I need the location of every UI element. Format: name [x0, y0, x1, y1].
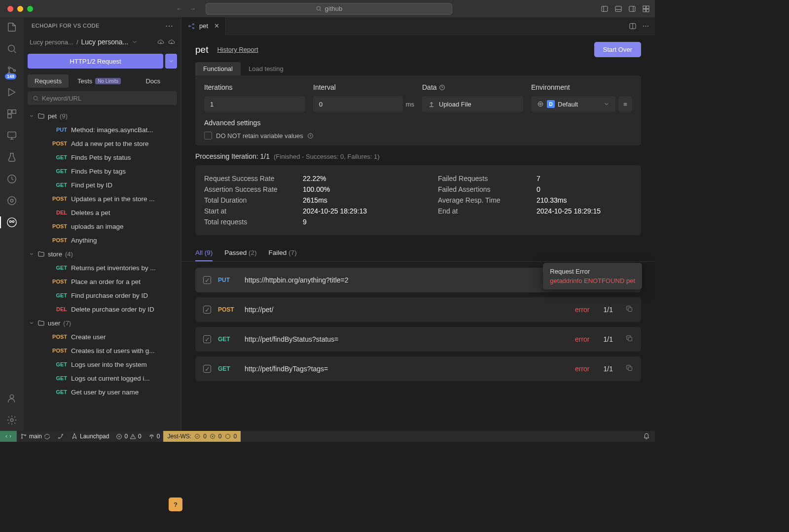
tree-item[interactable]: GETReturns pet inventories by ... [24, 261, 181, 275]
run-debug-icon[interactable] [6, 86, 18, 98]
tree-item[interactable]: POSTPlace an order for a pet [24, 275, 181, 288]
svg-rect-7 [646, 9, 649, 11]
tree-folder[interactable]: store (4) [24, 247, 181, 261]
minimize-window[interactable] [17, 6, 23, 12]
cloud-upload-icon[interactable] [157, 38, 164, 45]
more-actions-icon[interactable]: ⋯ [643, 22, 649, 30]
copy-icon[interactable] [626, 305, 633, 314]
iterations-input[interactable]: 1 [204, 96, 305, 112]
explorer-icon[interactable] [6, 21, 18, 33]
close-tab-icon[interactable]: ✕ [214, 22, 219, 30]
workspace-breadcrumb[interactable]: Lucy persona... / Lucy persona... [24, 34, 181, 50]
environment-select[interactable]: DDefault [531, 96, 615, 112]
tree-item[interactable]: POSTCreate user [24, 330, 181, 344]
ports-indicator[interactable]: 0 [145, 431, 164, 442]
tab-label: pet [199, 22, 208, 30]
tree-item[interactable]: POSTCreates list of users with g... [24, 344, 181, 357]
tree-item[interactable]: GETLogs out current logged i... [24, 371, 181, 385]
history-report-link[interactable]: History Report [217, 46, 258, 53]
extensions-icon[interactable] [6, 108, 18, 120]
help-icon[interactable] [307, 133, 314, 139]
tree-item[interactable]: GETFinds Pets by tags [24, 164, 181, 178]
layout-sidebar-left-icon[interactable] [601, 5, 609, 13]
result-checkbox[interactable]: ✓ [203, 276, 211, 284]
tab-tests[interactable]: TestsNo Limits [71, 74, 128, 88]
source-control-icon[interactable]: 148 [6, 65, 18, 76]
launchpad-indicator[interactable]: Launchpad [68, 431, 112, 442]
split-editor-icon[interactable] [629, 22, 637, 30]
retain-checkbox[interactable] [204, 132, 212, 140]
problems-indicator[interactable]: 0 0 [112, 431, 144, 442]
breadcrumb-1: Lucy persona... [30, 38, 73, 46]
tree-folder[interactable]: user (7) [24, 316, 181, 330]
tree-item[interactable]: POSTAdd a new pet to the store [24, 137, 181, 150]
tree-item[interactable]: POSTUpdates a pet in the store ... [24, 192, 181, 206]
nav-forward-icon[interactable]: → [189, 5, 196, 12]
tree-item[interactable]: GETFind pet by ID [24, 178, 181, 192]
svg-rect-33 [628, 308, 632, 312]
rtab-passed[interactable]: Passed (2) [224, 245, 256, 261]
notifications-icon[interactable] [643, 432, 655, 441]
gitlens-indicator[interactable] [54, 431, 68, 442]
rtab-failed[interactable]: Failed (7) [269, 245, 297, 261]
help-icon[interactable] [439, 84, 445, 91]
tree-item[interactable]: GETFinds Pets by status [24, 150, 181, 164]
tab-requests[interactable]: Requests [28, 74, 69, 88]
settings-icon[interactable] [6, 414, 18, 426]
result-checkbox[interactable]: ✓ [203, 335, 211, 343]
new-request-button[interactable]: HTTP1/2 Request [28, 54, 163, 69]
close-window[interactable] [7, 6, 13, 12]
interval-input[interactable]: 0 [313, 96, 403, 112]
rtab-all[interactable]: All (9) [195, 245, 213, 261]
git-lens-icon[interactable] [6, 195, 18, 207]
svg-rect-34 [628, 337, 632, 341]
tree-item[interactable]: GETFind purchase order by ID [24, 288, 181, 302]
maximize-window[interactable] [27, 6, 33, 12]
start-over-button[interactable]: Start Over [594, 42, 641, 57]
layout-sidebar-right-icon[interactable] [628, 5, 636, 13]
tree-item[interactable]: PUTMethod: images.asyncBat... [24, 123, 181, 137]
result-row[interactable]: ✓ GET http://pet/findByStatus?status= er… [195, 327, 641, 352]
copy-icon[interactable] [626, 335, 633, 344]
tree-item[interactable]: GETGet user by user name [24, 385, 181, 399]
remote-indicator[interactable] [0, 431, 17, 442]
jest-indicator[interactable]: Jest-WS: 0 0 0 [163, 431, 241, 442]
nav-back-icon[interactable]: ← [176, 5, 182, 12]
more-icon[interactable]: ⋯ [165, 21, 174, 31]
result-checkbox[interactable]: ✓ [203, 365, 211, 373]
result-row[interactable]: ✓ POST http://pet/ error 1/1 [195, 297, 641, 322]
copy-icon[interactable] [626, 364, 633, 373]
layout-panel-icon[interactable] [614, 5, 622, 13]
request-type-dropdown[interactable] [165, 54, 177, 69]
command-center[interactable]: github [206, 3, 452, 15]
cloud-download-icon[interactable] [168, 38, 175, 45]
tab-docs[interactable]: Docs [139, 74, 167, 88]
tree-item[interactable]: GETLogs user into the system [24, 357, 181, 371]
result-checkbox[interactable]: ✓ [203, 306, 211, 314]
layout-customize-icon[interactable] [642, 5, 650, 13]
filter-input[interactable]: Keyword/URL [28, 91, 177, 105]
tab-load-testing[interactable]: Load testing [241, 62, 291, 75]
tree-item[interactable]: DELDelete purchase order by ID [24, 302, 181, 316]
result-row[interactable]: ✓ GET http://pet/findByTags?tags= error … [195, 356, 641, 381]
result-row[interactable]: ✓ PUT https://httpbin.org/anything?title… [195, 268, 641, 292]
tree-item[interactable]: DELDeletes a pet [24, 206, 181, 219]
search-icon[interactable] [6, 43, 18, 55]
sidebar: ECHOAPI FOR VS CODE ⋯ Lucy persona... / … [24, 17, 181, 431]
tab-functional[interactable]: Functional [195, 62, 241, 75]
accounts-icon[interactable] [6, 392, 18, 404]
tree-item[interactable]: POSTuploads an image [24, 219, 181, 233]
remote-explorer-icon[interactable] [6, 130, 18, 142]
testing-icon[interactable] [6, 151, 18, 163]
iteration-summary: (Finished - Successes: 0, Failures: 1) [274, 153, 380, 160]
env-menu-button[interactable]: ≡ [618, 96, 632, 112]
tree-item[interactable]: POSTAnything [24, 233, 181, 247]
timeline-icon[interactable] [6, 173, 18, 185]
tree-folder[interactable]: pet (9) [24, 109, 181, 123]
branch-indicator[interactable]: main [17, 431, 54, 442]
editor-tab-pet[interactable]: pet ✕ [181, 17, 226, 35]
echoapi-icon[interactable] [6, 216, 18, 228]
svg-point-9 [8, 67, 10, 69]
svg-point-0 [317, 6, 321, 10]
upload-file-button[interactable]: Upload File [422, 96, 523, 112]
